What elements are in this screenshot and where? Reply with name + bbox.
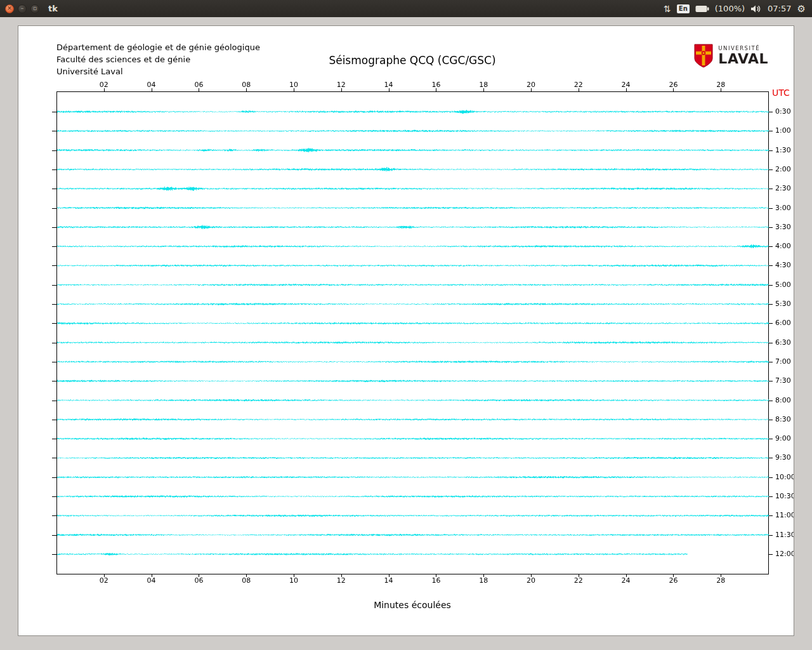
institution-line-3: Université Laval [56, 65, 260, 77]
minimize-button[interactable]: – [18, 4, 27, 13]
x-axis-title: Minutes écoulées [374, 600, 451, 610]
x-tick-label: 28 [716, 81, 725, 89]
x-tick-label: 18 [479, 81, 488, 89]
x-tick-label: 22 [574, 576, 583, 585]
utc-time-label: 7:30 [775, 376, 791, 385]
x-tick-label: 20 [527, 81, 535, 89]
x-tick-label: 12 [337, 81, 346, 89]
universite-laval-logo: UNIVERSITÉ LAVAL [693, 44, 768, 68]
utc-time-label: 7:00 [775, 357, 791, 366]
x-tick-label: 12 [337, 576, 346, 585]
x-tick-label: 26 [669, 81, 678, 89]
utc-time-label: 11:30 [775, 531, 794, 539]
x-tick-label: 28 [716, 576, 725, 585]
close-button[interactable]: ✕ [5, 4, 14, 13]
system-tray: ⇅ En (100%) 07:57 ⚙ [664, 3, 812, 15]
utc-time-label: 6:30 [775, 338, 791, 347]
utc-time-label: 10:30 [775, 492, 794, 500]
network-arrows-icon[interactable]: ⇅ [664, 4, 671, 14]
utc-time-label: 1:00 [775, 126, 791, 135]
app-window-background: Département de géologie et de génie géol… [0, 17, 812, 650]
seismograph-canvas [18, 26, 794, 636]
x-tick-label: 08 [242, 81, 251, 89]
utc-time-label: 8:30 [775, 415, 791, 423]
utc-time-label: 5:30 [775, 300, 791, 308]
x-tick-label: 02 [100, 81, 108, 89]
utc-time-label: 12:00 [775, 550, 794, 558]
utc-time-label: 5:00 [775, 281, 791, 289]
utc-time-label: 9:30 [775, 453, 791, 461]
keyboard-layout-indicator[interactable]: En [677, 4, 690, 13]
clock[interactable]: 07:57 [768, 4, 791, 13]
x-tick-label: 04 [147, 81, 156, 89]
logo-universite-text: UNIVERSITÉ [718, 46, 768, 51]
utc-time-label: 1:30 [775, 146, 791, 154]
titlebar: ✕ – ▫ tk ⇅ En (100%) 07:57 ⚙ [0, 0, 812, 17]
utc-axis-label: UTC [772, 88, 790, 98]
laval-shield-icon [693, 44, 714, 68]
institution-line-1: Département de géologie et de génie géol… [56, 41, 260, 53]
settings-gear-icon[interactable]: ⚙ [797, 3, 806, 15]
utc-time-label: 6:00 [775, 319, 791, 327]
maximize-button[interactable]: ▫ [30, 4, 39, 13]
utc-time-label: 11:00 [775, 511, 794, 519]
laval-wordmark: UNIVERSITÉ LAVAL [718, 46, 768, 67]
x-tick-label: 10 [289, 81, 298, 89]
x-tick-label: 20 [527, 576, 535, 585]
x-tick-label: 08 [242, 576, 251, 585]
x-tick-label: 14 [384, 576, 393, 585]
utc-time-label: 9:00 [775, 434, 791, 442]
utc-time-label: 0:30 [775, 107, 791, 116]
battery-percent-label: (100%) [715, 4, 745, 13]
x-tick-label: 18 [479, 576, 488, 585]
x-tick-label: 04 [147, 576, 156, 585]
x-tick-label: 16 [431, 81, 440, 89]
window-title: tk [48, 4, 58, 13]
utc-time-label: 4:30 [775, 261, 791, 269]
x-tick-label: 26 [669, 576, 678, 585]
utc-time-label: 2:30 [775, 184, 791, 192]
x-tick-label: 24 [622, 81, 631, 89]
logo-laval-text: LAVAL [718, 52, 768, 66]
x-tick-label: 06 [194, 81, 203, 89]
utc-time-label: 3:00 [775, 204, 791, 212]
x-tick-label: 24 [622, 576, 631, 585]
x-tick-label: 10 [289, 576, 298, 585]
utc-time-label: 4:00 [775, 242, 791, 250]
window-controls: ✕ – ▫ [0, 4, 39, 13]
volume-icon[interactable] [750, 4, 762, 13]
x-tick-label: 14 [384, 81, 393, 89]
utc-time-label: 3:30 [775, 223, 791, 231]
x-tick-label: 06 [194, 576, 203, 585]
seismograph-panel: Département de géologie et de génie géol… [18, 25, 794, 636]
x-tick-label: 22 [574, 81, 583, 89]
x-tick-label: 02 [100, 576, 108, 585]
utc-time-label: 10:00 [775, 473, 794, 481]
chart-title: Séismographe QCQ (CGC/GSC) [329, 54, 495, 67]
institution-line-2: Faculté des sciences et de génie [56, 53, 260, 65]
institution-block: Département de géologie et de génie géol… [56, 41, 260, 77]
utc-time-label: 2:00 [775, 165, 791, 173]
battery-icon[interactable] [695, 5, 709, 13]
x-tick-label: 16 [431, 576, 440, 585]
utc-time-label: 8:00 [775, 396, 791, 404]
